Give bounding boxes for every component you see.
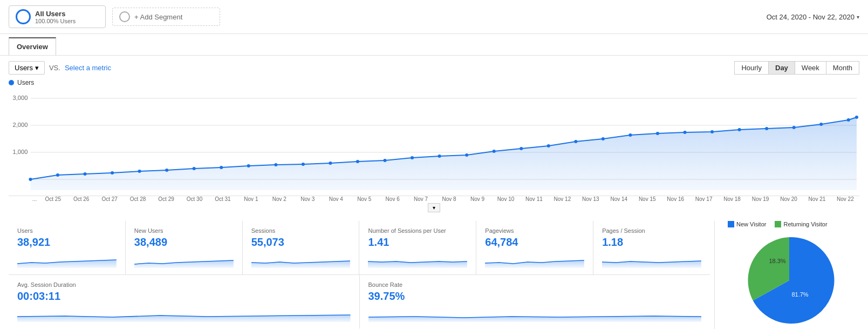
x-label: Nov 9 [463,196,491,202]
metric-bounce-rate-value: 39.75% [368,290,702,303]
svg-point-13 [165,169,168,172]
svg-point-32 [683,131,686,134]
svg-point-27 [547,144,550,147]
time-btn-day[interactable]: Day [768,61,795,75]
date-range-text: Oct 24, 2020 - Nov 22, 2020 [767,13,855,21]
svg-point-30 [628,133,632,137]
timeline-toggle-button[interactable]: ▾ [428,203,440,212]
svg-point-25 [493,150,496,153]
x-label: Oct 31 [209,196,237,202]
svg-marker-42 [251,261,351,268]
x-label: Nov 22 [831,196,859,202]
svg-point-11 [111,171,114,174]
top-bar: All Users 100.00% Users + Add Segment Oc… [0,0,868,34]
tab-overview[interactable]: Overview [9,37,56,55]
x-label: Nov 21 [803,196,831,202]
vs-label: VS. [49,64,60,72]
metric-pages-per-session-value: 1.18 [602,236,701,249]
x-label: Oct 25 [39,196,67,202]
pie-label-green: 18.3% [769,258,785,264]
select-metric-link[interactable]: Select a metric [65,64,111,72]
x-label: Nov 6 [378,196,406,202]
line-chart: 3,000 2,000 1,000 [9,88,859,196]
metric-dropdown-button[interactable]: Users ▾ [9,61,45,75]
metric-sessions-per-user-label: Number of Sessions per User [368,227,467,234]
time-btn-month[interactable]: Month [826,61,859,75]
metric-sessions-per-user-mini-chart [368,252,467,268]
x-label: Oct 26 [67,196,95,202]
metric-sessions-per-user: Number of Sessions per User 1.41 [359,221,476,274]
metric-avg-session-label: Avg. Session Duration [17,281,351,288]
new-visitor-color [728,221,734,227]
x-label: Nov 5 [350,196,378,202]
all-users-segment[interactable]: All Users 100.00% Users [9,5,106,28]
svg-point-20 [356,160,359,163]
svg-point-18 [302,163,305,166]
metric-avg-session-value: 00:03:11 [17,290,351,303]
metric-sessions-mini-chart [251,252,351,268]
svg-point-24 [465,153,468,157]
x-label: Oct 27 [95,196,124,202]
line-chart-svg: 3,000 2,000 1,000 [9,88,859,196]
svg-marker-40 [17,260,117,268]
metrics-row-1: Users 38,921 New Users 38,489 [9,221,710,275]
x-label: Oct 28 [124,196,152,202]
returning-visitor-color [775,221,781,227]
x-label: Nov 14 [605,196,633,202]
metric-avg-session-mini-chart [17,306,351,322]
dropdown-arrow-icon: ▾ [857,14,859,20]
x-label: Nov 19 [746,196,774,202]
metric-sessions-label: Sessions [251,227,351,234]
svg-point-14 [193,167,196,170]
x-label: Nov 7 [407,196,435,202]
svg-point-36 [792,126,796,129]
svg-point-35 [765,127,768,130]
metric-users-mini-chart [17,252,117,268]
x-label: Nov 16 [661,196,689,202]
new-visitor-label: New Visitor [736,221,766,227]
metric-pageviews-label: Pageviews [485,227,584,234]
metric-new-users: New Users 38,489 [126,221,243,274]
tab-bar: Overview [0,34,868,56]
x-label: Nov 18 [718,196,746,202]
svg-point-15 [220,166,223,169]
date-range[interactable]: Oct 24, 2020 - Nov 22, 2020 ▾ [767,13,859,21]
svg-point-23 [438,155,441,158]
svg-text:2,000: 2,000 [13,122,28,128]
svg-point-8 [29,178,32,181]
time-btn-week[interactable]: Week [795,61,826,75]
add-segment-label: + Add Segment [134,13,182,21]
pie-legend-returning-visitor: Returning Visitor [775,221,827,227]
x-label: Nov 11 [520,196,548,202]
timeline-toggle-area: ▾ [9,203,859,212]
metric-new-users-label: New Users [134,227,234,234]
metric-label: Users [15,64,33,72]
metric-bounce-rate: Bounce Rate 39.75% [360,275,710,328]
svg-point-10 [83,172,86,176]
segments-area: All Users 100.00% Users + Add Segment [9,5,220,28]
pie-section: New Visitor Returning Visitor 81.7% 18.3… [719,221,859,329]
metrics-left: Users 38,921 New Users 38,489 [9,221,710,329]
svg-point-22 [411,156,414,159]
metric-new-users-value: 38,489 [134,236,234,249]
svg-point-19 [329,162,332,165]
segment-info: All Users 100.00% Users [35,10,76,24]
metric-sessions: Sessions 55,073 [243,221,360,274]
add-segment-chip[interactable]: + Add Segment [112,8,220,26]
svg-marker-7 [30,117,857,190]
svg-marker-44 [485,260,584,268]
svg-point-21 [383,159,386,162]
svg-point-37 [819,123,823,126]
svg-point-12 [138,170,141,173]
segment-name: All Users [35,10,76,18]
metric-new-users-mini-chart [134,252,234,268]
metric-pages-per-session-mini-chart [602,252,701,268]
x-label: Oct 30 [180,196,208,202]
metric-bounce-rate-label: Bounce Rate [368,281,702,288]
metric-bounce-rate-mini-chart [368,306,702,322]
svg-text:1,000: 1,000 [13,149,28,155]
x-axis: ... Oct 25 Oct 26 Oct 27 Oct 28 Oct 29 O… [9,196,859,202]
x-label: Nov 17 [689,196,717,202]
time-btn-hourly[interactable]: Hourly [734,61,769,75]
pie-chart-svg: 81.7% 18.3% [741,232,838,329]
